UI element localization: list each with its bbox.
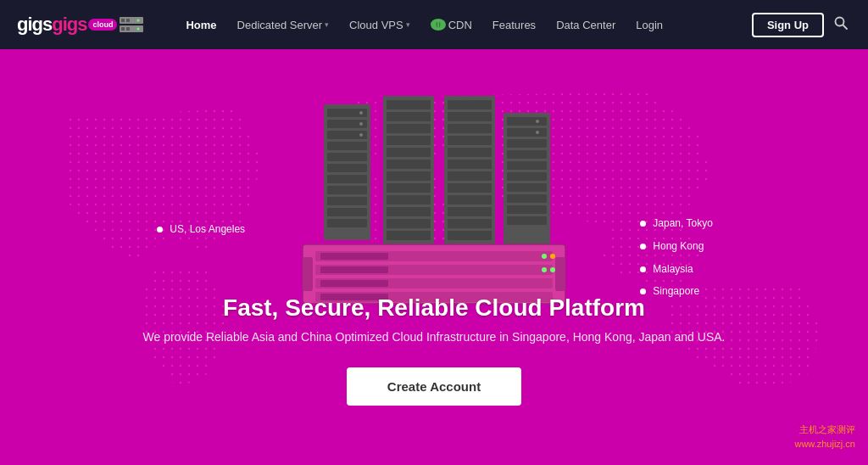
- svg-point-81: [550, 267, 555, 272]
- signup-button[interactable]: Sign Up: [752, 13, 824, 37]
- main-nav: Home Dedicated Server ▾ Cloud VPS ▾ CDN …: [177, 14, 748, 36]
- svg-rect-34: [387, 160, 431, 169]
- svg-point-78: [542, 254, 547, 259]
- svg-rect-44: [448, 124, 492, 133]
- location-dot-malaysia: [640, 266, 646, 272]
- svg-rect-47: [448, 160, 492, 169]
- search-button[interactable]: [831, 13, 851, 36]
- logo-server-icon: [120, 16, 143, 33]
- create-account-button[interactable]: Create Account: [347, 367, 521, 406]
- svg-rect-72: [320, 253, 388, 260]
- svg-point-80: [542, 267, 547, 272]
- svg-rect-20: [327, 175, 367, 183]
- svg-rect-56: [507, 128, 547, 137]
- logo: gigsgigs cloud: [17, 14, 143, 36]
- svg-rect-57: [507, 139, 547, 148]
- svg-rect-74: [320, 280, 388, 287]
- logo-text-gigs1: gigs: [17, 14, 52, 36]
- svg-rect-51: [448, 207, 492, 216]
- location-us: US, Los Angeles: [157, 223, 245, 235]
- svg-rect-60: [507, 172, 547, 181]
- svg-point-26: [359, 122, 363, 126]
- svg-rect-42: [448, 100, 492, 109]
- location-dot-us: [157, 227, 163, 232]
- search-icon: [834, 16, 848, 30]
- svg-rect-43: [448, 112, 492, 121]
- svg-point-25: [359, 111, 363, 115]
- svg-rect-38: [387, 207, 431, 216]
- svg-rect-35: [387, 171, 431, 181]
- svg-point-65: [536, 120, 539, 123]
- svg-rect-73: [320, 266, 388, 273]
- svg-point-27: [359, 133, 363, 137]
- svg-rect-53: [448, 231, 492, 240]
- logo-text-gigs2: gigs: [52, 14, 86, 36]
- svg-rect-19: [327, 164, 367, 172]
- header: gigsgigs cloud Home Dedicated Server ▾ C…: [0, 0, 868, 49]
- svg-rect-77: [555, 257, 565, 291]
- svg-point-79: [550, 254, 555, 259]
- hero-subtitle: We provide Reliable Asia and China Optim…: [0, 330, 868, 344]
- svg-point-7: [137, 28, 140, 31]
- nav-item-home[interactable]: Home: [177, 14, 225, 36]
- svg-rect-50: [448, 195, 492, 204]
- hero-section: US, Los Angeles Japan, Tokyo Hong Kong M…: [0, 49, 868, 465]
- svg-rect-6: [126, 27, 130, 31]
- location-dot-hongkong: [640, 244, 646, 249]
- svg-line-11: [843, 25, 848, 30]
- watermark: 主机之家测评 www.zhujizj.cn: [794, 423, 855, 452]
- svg-rect-62: [507, 194, 547, 203]
- location-malaysia: Malaysia: [640, 263, 693, 275]
- svg-rect-22: [327, 197, 367, 205]
- svg-rect-59: [507, 161, 547, 170]
- location-dot-japan: [640, 221, 646, 227]
- svg-rect-61: [507, 183, 547, 192]
- svg-rect-55: [507, 117, 547, 126]
- svg-rect-76: [303, 257, 313, 291]
- nav-item-cdn[interactable]: CDN: [422, 14, 481, 36]
- svg-rect-18: [327, 153, 367, 161]
- svg-rect-36: [387, 183, 431, 193]
- svg-rect-46: [448, 148, 492, 157]
- cdn-leaf-icon: [431, 19, 446, 31]
- location-japan: Japan, Tokyo: [640, 217, 713, 229]
- nav-item-data-center[interactable]: Data Center: [548, 14, 624, 36]
- svg-rect-32: [387, 136, 431, 145]
- svg-rect-31: [387, 124, 431, 133]
- svg-rect-24: [327, 219, 367, 227]
- chevron-down-icon: ▾: [406, 20, 410, 29]
- svg-rect-40: [387, 231, 431, 240]
- logo-cloud-badge: cloud: [88, 19, 117, 31]
- svg-rect-39: [387, 219, 431, 228]
- svg-rect-5: [121, 27, 125, 31]
- svg-rect-58: [507, 150, 547, 159]
- svg-rect-33: [387, 148, 431, 157]
- svg-rect-17: [327, 142, 367, 150]
- svg-rect-1: [121, 19, 125, 22]
- svg-rect-2: [126, 19, 130, 22]
- chevron-down-icon: ▾: [325, 20, 329, 29]
- location-hongkong: Hong Kong: [640, 240, 704, 252]
- nav-item-features[interactable]: Features: [484, 14, 544, 36]
- svg-rect-64: [507, 216, 547, 225]
- svg-rect-30: [387, 112, 431, 121]
- nav-item-login[interactable]: Login: [627, 14, 671, 36]
- svg-rect-37: [387, 195, 431, 204]
- svg-rect-45: [448, 136, 492, 145]
- hero-title: Fast, Secure, Reliable Cloud Platform: [0, 294, 868, 322]
- svg-point-3: [137, 20, 140, 22]
- hero-text: Fast, Secure, Reliable Cloud Platform We…: [0, 294, 868, 406]
- svg-rect-49: [448, 183, 492, 193]
- nav-item-dedicated-server[interactable]: Dedicated Server ▾: [229, 14, 337, 36]
- svg-rect-23: [327, 208, 367, 216]
- svg-rect-29: [387, 100, 431, 109]
- svg-rect-48: [448, 171, 492, 181]
- svg-rect-63: [507, 205, 547, 214]
- svg-rect-21: [327, 186, 367, 194]
- svg-rect-52: [448, 219, 492, 228]
- svg-point-66: [536, 131, 539, 134]
- nav-item-cloud-vps[interactable]: Cloud VPS ▾: [341, 14, 419, 36]
